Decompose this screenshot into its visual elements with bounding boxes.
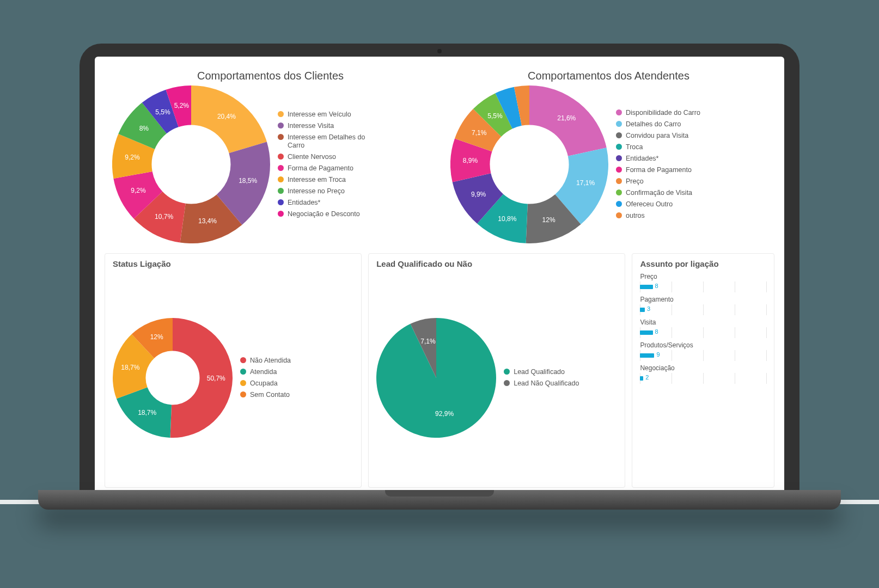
legend-item[interactable]: outros [616, 212, 700, 220]
legend-swatch [278, 199, 284, 205]
legend-label: Interesse em Veículo [288, 111, 351, 119]
slice-label: 12% [150, 333, 163, 341]
pie-chart-lead: 92,9%7,1% [376, 318, 496, 438]
bar-label: Pagamento [640, 296, 766, 303]
bar-value: 8 [655, 283, 658, 289]
legend-item[interactable]: Negociação e Desconto [278, 210, 381, 218]
slice-label: 18,7% [121, 364, 139, 371]
slice-label: 10,7% [155, 213, 173, 220]
bar-fill [640, 353, 654, 358]
legend-item[interactable]: Troca [616, 143, 700, 151]
legend-item[interactable]: Convidou para Visita [616, 132, 700, 140]
bar-value: 8 [655, 328, 658, 335]
bar-label: Produtos/Serviços [640, 341, 766, 349]
laptop-base [38, 490, 841, 510]
legend-swatch [616, 178, 622, 184]
legend-item[interactable]: Cliente Nervoso [278, 153, 381, 161]
legend-swatch [278, 165, 284, 171]
legend-item[interactable]: Preço [616, 177, 700, 186]
legend-swatch [240, 380, 246, 386]
legend-item[interactable]: Ofereceu Outro [616, 200, 700, 209]
laptop-camera [437, 49, 442, 53]
legend-label: Entidades* [288, 199, 320, 207]
legend-label: Interesse Visita [288, 122, 334, 130]
slice-label: 7,1% [472, 129, 487, 137]
slice-label: 5,2% [174, 102, 190, 109]
legend-item[interactable]: Lead Não Qualificado [504, 379, 579, 388]
legend-swatch [504, 369, 510, 375]
legend-label: Negociação e Desconto [288, 210, 360, 218]
bar-value: 2 [645, 374, 649, 381]
legend-item[interactable]: Detalhes do Carro [616, 120, 700, 128]
dashboard-screen: Comportamentos dos Clientes 20,4%18,5%13… [95, 57, 784, 495]
legend-label: Forma de Pagamento [626, 166, 692, 174]
legend-label: Atendida [250, 368, 277, 376]
bar-value: 3 [647, 305, 650, 312]
legend-label: Não Atendida [250, 357, 291, 365]
legend-item[interactable]: Confirmação de Visita [616, 189, 700, 197]
legend-item[interactable]: Ocupada [240, 379, 291, 388]
bar-chart-assunto: Preço 8 Pagamento 3 Visita 8 Produtos/Se… [640, 273, 766, 384]
chart-title: Comportamentos dos Atendentes [450, 70, 767, 82]
legend-swatch [616, 167, 622, 173]
legend-item[interactable]: Interesse em Troca [278, 176, 381, 184]
bar-fill [640, 308, 645, 312]
bar-label: Negociação [640, 364, 766, 372]
legend-item[interactable]: Lead Qualificado [504, 368, 579, 376]
legend-item[interactable]: Interesse em Veículo [278, 111, 381, 119]
bar-track: 3 [640, 304, 766, 315]
legend-swatch [278, 211, 284, 217]
slice-label: 8% [139, 125, 149, 132]
legend-item[interactable]: Atendida [240, 368, 291, 376]
bar-track: 9 [640, 350, 766, 361]
legend-label: Confirmação de Visita [626, 189, 692, 197]
legend-item[interactable]: Não Atendida [240, 357, 291, 365]
legend-item[interactable]: Entidades* [278, 199, 381, 207]
bar-row: Preço 8 [640, 273, 766, 292]
legend-swatch [240, 357, 246, 363]
slice-label: 18,5% [239, 177, 257, 185]
bar-row: Visita 8 [640, 318, 766, 338]
legend-label: Interesse em Detalhes do Carro [288, 133, 381, 150]
donut-chart-atendentes: 21,6%17,1%12%10,8%9,9%8,9%7,1%5,5% [450, 85, 608, 243]
legend-swatch [278, 111, 284, 117]
legend-label: Convidou para Visita [626, 132, 688, 140]
legend-swatch [616, 132, 622, 138]
legend-item[interactable]: Interesse em Detalhes do Carro [278, 133, 381, 150]
legend-swatch [616, 189, 622, 195]
bar-label: Preço [640, 273, 766, 280]
slice-label: 8,9% [463, 157, 478, 164]
legend-item[interactable]: Entidades* [616, 155, 700, 163]
legend-item[interactable]: Sem Contato [240, 391, 291, 399]
slice-label: 5,5% [155, 108, 170, 116]
slice-label: 20,4% [217, 113, 236, 120]
legend-swatch [240, 391, 246, 397]
bar-track: 2 [640, 373, 766, 384]
legend-label: Ofereceu Outro [626, 200, 673, 209]
legend-swatch [278, 176, 284, 182]
legend-label: Cliente Nervoso [288, 153, 336, 161]
legend-label: Forma de Pagamento [288, 164, 353, 173]
card-lead-qualificado: Lead Qualificado ou Não 92,9%7,1% Lead Q… [368, 253, 625, 488]
legend-label: Entidades* [626, 155, 658, 163]
slice-label: 10,8% [498, 215, 516, 223]
legend-label: Interesse em Troca [288, 176, 346, 184]
legend-item[interactable]: Forma de Pagamento [278, 164, 381, 173]
legend-label: Detalhes do Carro [626, 120, 681, 128]
legend-item[interactable]: Forma de Pagamento [616, 166, 700, 174]
legend-swatch [616, 144, 622, 150]
slice-label: 92,9% [435, 410, 454, 418]
legend-item[interactable]: Interesse Visita [278, 122, 381, 130]
bar-fill [640, 285, 652, 289]
chart-title: Assunto por ligação [640, 259, 766, 268]
bar-row: Negociação 2 [640, 364, 766, 384]
slice-label: 9,2% [125, 154, 140, 161]
laptop-notch [385, 490, 494, 497]
laptop-frame: Comportamentos dos Clientes 20,4%18,5%13… [80, 44, 799, 495]
legend-clientes: Interesse em VeículoInteresse VisitaInte… [278, 111, 381, 218]
slice-label: 7,1% [420, 338, 436, 345]
legend-item[interactable]: Disponibilidade do Carro [616, 109, 700, 117]
legend-item[interactable]: Interesse no Preço [278, 187, 381, 195]
legend-lead: Lead QualificadoLead Não Qualificado [504, 368, 579, 388]
chart-title: Status Ligação [113, 259, 353, 268]
